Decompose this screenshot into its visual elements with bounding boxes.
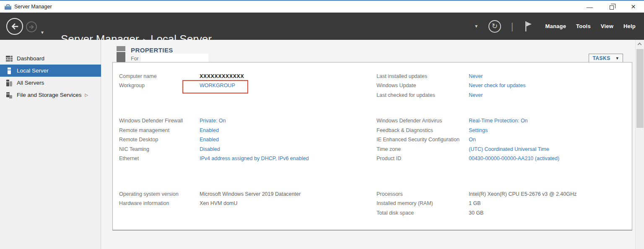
property-label: Windows Defender Firewall: [119, 118, 183, 124]
menu-manage[interactable]: Manage: [545, 23, 566, 29]
refresh-button[interactable]: ↻: [488, 20, 501, 33]
vertical-scrollbar[interactable]: [635, 40, 644, 249]
property-label: NIC Teaming: [119, 146, 149, 152]
property-label: Total disk space: [377, 210, 414, 216]
nic-teaming-link[interactable]: Disabled: [200, 146, 220, 152]
sidebar-item-label: All Servers: [17, 80, 44, 86]
defender-antivirus-link[interactable]: Real-Time Protection: On: [469, 118, 528, 124]
back-button[interactable]: [6, 18, 23, 35]
sidebar-item-local-server[interactable]: Local Server: [0, 65, 101, 77]
property-label: Feedback & Diagnostics: [377, 127, 433, 133]
sidebar-item-dashboard[interactable]: Dashboard: [0, 52, 101, 65]
feedback-diagnostics-link[interactable]: Settings: [469, 127, 488, 133]
history-dropdown-caret[interactable]: ▼: [40, 30, 44, 35]
server-dropdown-caret[interactable]: ▼: [474, 24, 478, 29]
property-value: 1 GB: [469, 200, 481, 206]
forward-button[interactable]: [26, 21, 37, 32]
property-label: Time zone: [377, 146, 401, 152]
sidebar-item-file-storage-services[interactable]: File and Storage Services ▷: [0, 89, 101, 101]
tasks-label: TASKS: [592, 55, 610, 61]
notifications-flag-icon[interactable]: [524, 21, 532, 32]
ethernet-link[interactable]: IPv4 address assigned by DHCP, IPv6 enab…: [200, 156, 309, 161]
property-label: Ethernet: [119, 156, 139, 161]
property-label: Remote management: [119, 127, 169, 133]
property-label: Windows Update: [377, 83, 416, 88]
tasks-dropdown-button[interactable]: TASKS ▼: [589, 54, 623, 62]
sidebar-item-label: Dashboard: [17, 55, 44, 62]
property-label: Last installed updates: [377, 73, 427, 79]
restore-button[interactable]: [602, 1, 621, 13]
remote-desktop-link[interactable]: Enabled: [200, 137, 219, 143]
close-button[interactable]: ×: [624, 1, 643, 13]
back-arrow-icon: [10, 22, 19, 31]
server-name-redaction: [140, 54, 208, 62]
scroll-up-icon[interactable]: [638, 43, 642, 47]
sidebar-item-label: Local Server: [17, 67, 49, 74]
property-value: Intel(R) Xeon(R) CPU E5-2676 v3 @ 2.40GH…: [469, 191, 576, 197]
property-value: Microsoft Windows Server 2019 Datacenter: [200, 191, 301, 197]
property-label: Operating system version: [119, 191, 179, 197]
sidebar-item-label: File and Storage Services: [17, 92, 82, 98]
refresh-icon: ↻: [492, 23, 498, 30]
property-label: Installed memory (RAM): [377, 200, 433, 206]
nav-right-group: ▼ ↻ | Manage Tools View Help: [474, 13, 636, 40]
scrollbar-thumb[interactable]: [636, 49, 644, 128]
property-value: XXXXXXXXXXXX: [200, 73, 244, 79]
navigation-bar: ▼ Server Manager▸Local Server ▼ ↻ | Mana…: [0, 13, 644, 40]
workgroup-annotation-box: [182, 80, 248, 93]
ie-esc-link[interactable]: On: [469, 137, 476, 143]
property-label: Computer name: [119, 73, 157, 79]
file-storage-services-icon: [5, 91, 13, 99]
all-servers-icon: [5, 79, 13, 87]
main-content: PROPERTIES For TASKS ▼ Computer name XXX…: [101, 40, 635, 249]
restore-icon: [610, 5, 614, 10]
firewall-link[interactable]: Private: On: [200, 118, 226, 124]
tasks-caret-icon: ▼: [615, 56, 619, 60]
sidebar: Dashboard Local Server All Servers: [0, 40, 101, 249]
window-title: Server Manager: [14, 4, 52, 10]
last-installed-updates-link[interactable]: Never: [469, 73, 483, 79]
property-label: Product ID: [377, 156, 401, 161]
menu-tools[interactable]: Tools: [576, 23, 591, 29]
properties-server-icon: [116, 46, 126, 62]
minimize-button[interactable]: —: [580, 1, 599, 13]
server-manager-app-icon: [4, 4, 12, 10]
property-label: Windows Defender Antivirus: [377, 118, 442, 124]
property-value: 30 GB: [469, 210, 483, 216]
property-label: Hardware information: [119, 200, 169, 206]
property-label: Last checked for updates: [377, 92, 435, 98]
windows-update-link[interactable]: Never check for updates: [469, 83, 526, 88]
menu-view[interactable]: View: [601, 23, 613, 29]
property-label: IE Enhanced Security Configuration: [377, 137, 460, 143]
properties-section-title: PROPERTIES: [131, 47, 173, 54]
property-value: Xen HVM domU: [200, 200, 237, 206]
sidebar-item-all-servers[interactable]: All Servers: [0, 77, 101, 89]
menu-help[interactable]: Help: [623, 23, 636, 29]
expand-arrow-icon[interactable]: ▷: [85, 93, 88, 97]
time-zone-link[interactable]: (UTC) Coordinated Universal Time: [469, 146, 549, 152]
properties-panel: Computer name XXXXXXXXXXXX Workgroup WOR…: [112, 62, 632, 231]
property-label: Remote Desktop: [119, 137, 158, 143]
forward-arrow-icon: [29, 24, 35, 30]
property-label: Workgroup: [119, 83, 145, 88]
local-server-icon: [5, 67, 13, 75]
nav-separator: |: [511, 21, 514, 32]
property-label: Processors: [377, 191, 403, 197]
remote-management-link[interactable]: Enabled: [200, 127, 219, 133]
properties-for-label: For: [131, 56, 139, 62]
last-checked-updates-link[interactable]: Never: [469, 92, 483, 98]
product-id-link[interactable]: 00430-00000-00000-AA210 (activated): [469, 156, 559, 161]
dashboard-icon: [5, 55, 13, 62]
title-bar: Server Manager — ×: [0, 0, 644, 13]
